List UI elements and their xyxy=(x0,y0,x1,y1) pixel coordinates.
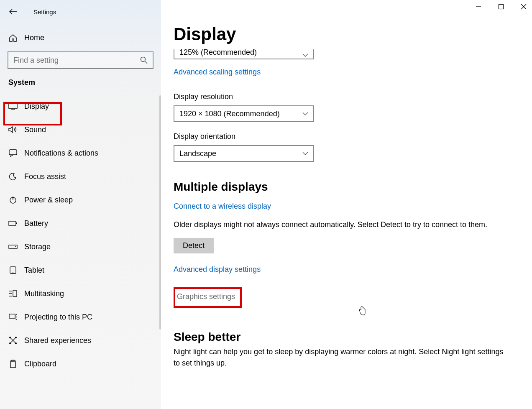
sidebar-nav-list: Display Sound Notifications & actions Fo… xyxy=(0,95,161,376)
maximize-button[interactable] xyxy=(497,3,505,11)
svg-rect-17 xyxy=(9,314,15,318)
page-title: Display xyxy=(174,24,519,44)
power-icon xyxy=(8,196,18,204)
svg-rect-8 xyxy=(16,222,17,224)
sidebar-item-label: Power & sleep xyxy=(24,196,73,204)
svg-point-12 xyxy=(13,272,13,273)
sleep-description: Night light can help you get to sleep by… xyxy=(174,346,504,369)
detect-button[interactable]: Detect xyxy=(174,238,214,253)
svg-rect-16 xyxy=(13,291,17,297)
scale-value: 125% (Recommended) xyxy=(179,49,257,57)
sidebar-item-shared-experiences[interactable]: Shared experiences xyxy=(0,329,161,352)
svg-point-0 xyxy=(141,57,146,62)
moon-icon xyxy=(8,173,18,180)
shared-icon xyxy=(8,337,18,344)
resolution-label: Display resolution xyxy=(174,92,519,101)
search-input[interactable] xyxy=(8,51,153,69)
minimize-button[interactable] xyxy=(474,3,483,11)
advanced-display-link[interactable]: Advanced display settings xyxy=(174,265,261,274)
sidebar-item-sound[interactable]: Sound xyxy=(0,118,161,141)
orientation-label: Display orientation xyxy=(174,132,519,141)
sidebar-item-label: Battery xyxy=(24,219,48,228)
multiple-displays-heading: Multiple displays xyxy=(174,180,519,194)
sidebar-item-label: Tablet xyxy=(24,266,44,275)
svg-point-23 xyxy=(15,343,17,344)
svg-rect-2 xyxy=(9,103,17,108)
sidebar-item-storage[interactable]: Storage xyxy=(0,235,161,258)
svg-point-10 xyxy=(15,246,16,247)
svg-rect-4 xyxy=(9,150,17,155)
sidebar-item-notifications[interactable]: Notifications & actions xyxy=(0,141,161,165)
chevron-down-icon xyxy=(302,54,308,57)
wireless-display-link[interactable]: Connect to a wireless display xyxy=(174,202,271,211)
sidebar-item-label: Display xyxy=(24,102,49,111)
window-title: Settings xyxy=(33,8,56,15)
sidebar-item-multitasking[interactable]: Multitasking xyxy=(0,282,161,305)
chevron-down-icon xyxy=(302,152,308,155)
sidebar-item-label: Projecting to this PC xyxy=(24,313,92,322)
graphics-settings-link[interactable]: Graphics settings xyxy=(177,292,235,301)
arrow-left-icon xyxy=(9,9,17,15)
sidebar-item-label: Shared experiences xyxy=(24,336,91,345)
advanced-scaling-link[interactable]: Advanced scaling settings xyxy=(174,68,261,77)
sidebar-item-tablet[interactable]: Tablet xyxy=(0,258,161,282)
resolution-value: 1920 × 1080 (Recommended) xyxy=(179,110,280,118)
sidebar-item-label: Storage xyxy=(24,243,51,251)
search-field[interactable] xyxy=(13,56,134,65)
sidebar-item-home[interactable]: Home xyxy=(0,28,161,47)
sidebar-item-label: Clipboard xyxy=(24,360,56,368)
detect-description: Older displays might not always connect … xyxy=(174,219,504,230)
svg-point-20 xyxy=(9,337,11,338)
sidebar-item-projecting[interactable]: Projecting to this PC xyxy=(0,305,161,329)
svg-point-22 xyxy=(9,343,11,344)
resolution-dropdown[interactable]: 1920 × 1080 (Recommended) xyxy=(174,105,314,122)
search-icon xyxy=(140,56,148,64)
projecting-icon xyxy=(8,314,18,320)
main-content: Display 125% (Recommended) Advanced scal… xyxy=(161,0,532,409)
annotation-highlight-graphics: Graphics settings xyxy=(174,287,242,308)
sidebar-item-battery[interactable]: Battery xyxy=(0,212,161,235)
sidebar: Settings Home System Display xyxy=(0,0,161,409)
sidebar-item-focus-assist[interactable]: Focus assist xyxy=(0,165,161,188)
multitasking-icon xyxy=(8,290,18,297)
battery-icon xyxy=(8,221,18,226)
sidebar-item-label: Notifications & actions xyxy=(24,149,98,158)
scale-dropdown[interactable]: 125% (Recommended) xyxy=(174,49,314,59)
sidebar-item-clipboard[interactable]: Clipboard xyxy=(0,352,161,376)
sidebar-item-power-sleep[interactable]: Power & sleep xyxy=(0,188,161,212)
home-icon xyxy=(8,34,18,42)
sleep-better-heading: Sleep better xyxy=(174,330,519,344)
sidebar-item-display[interactable]: Display xyxy=(0,95,161,118)
display-icon xyxy=(8,103,18,110)
sidebar-item-label: Home xyxy=(24,33,44,42)
sound-icon xyxy=(8,126,18,133)
svg-rect-7 xyxy=(9,221,16,225)
svg-rect-27 xyxy=(499,5,504,9)
storage-icon xyxy=(8,245,18,249)
back-button[interactable] xyxy=(8,7,18,16)
chevron-down-icon xyxy=(302,112,308,115)
sidebar-item-label: Sound xyxy=(24,125,46,134)
close-button[interactable] xyxy=(519,3,528,11)
svg-point-21 xyxy=(15,337,17,338)
sidebar-category: System xyxy=(0,69,161,95)
tablet-icon xyxy=(8,266,18,274)
orientation-value: Landscape xyxy=(179,149,216,158)
notifications-icon xyxy=(8,149,18,157)
clipboard-icon xyxy=(8,360,18,368)
orientation-dropdown[interactable]: Landscape xyxy=(174,145,314,162)
sidebar-item-label: Multitasking xyxy=(24,289,64,298)
svg-line-1 xyxy=(145,61,147,64)
sidebar-item-label: Focus assist xyxy=(24,172,66,181)
